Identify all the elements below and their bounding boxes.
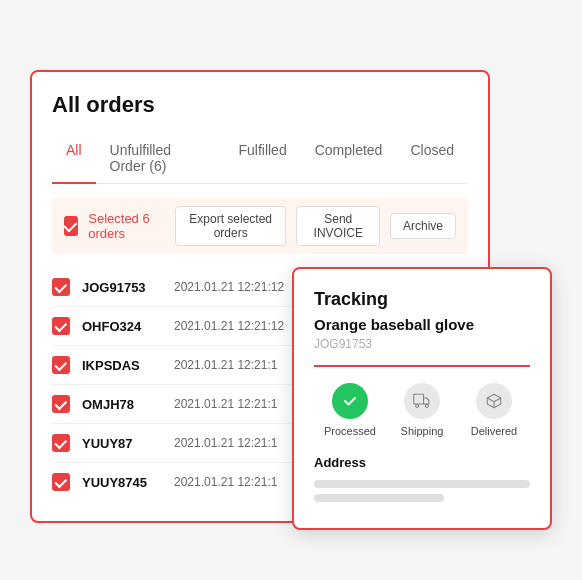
step-delivered: Delivered xyxy=(458,383,530,437)
order-date-2: 2021.01.21 12:21:1 xyxy=(174,358,304,372)
tracking-card: Tracking Orange baseball glove JOG91753 … xyxy=(292,267,552,530)
step-icon-processed xyxy=(332,383,368,419)
tracking-product: Orange baseball glove xyxy=(314,316,530,333)
order-id-1: OHFO324 xyxy=(82,319,162,334)
svg-point-0 xyxy=(416,404,419,407)
row-checkbox-1[interactable] xyxy=(52,317,70,335)
order-id-2: IKPSDAS xyxy=(82,358,162,373)
row-checkbox-5[interactable] xyxy=(52,473,70,491)
row-checkbox-2[interactable] xyxy=(52,356,70,374)
tracking-order-id: JOG91753 xyxy=(314,337,530,351)
step-shipping: Shipping xyxy=(386,383,458,437)
step-icon-shipping xyxy=(404,383,440,419)
selected-icon xyxy=(64,216,78,236)
checkmark-icon xyxy=(342,393,358,409)
order-date-1: 2021.01.21 12:21:12 xyxy=(174,319,304,333)
tab-bar: All Unfulfilled Order (6) Fulfilled Comp… xyxy=(52,134,468,184)
truck-icon xyxy=(413,392,431,410)
address-line-1 xyxy=(314,480,530,488)
tab-all[interactable]: All xyxy=(52,134,96,184)
order-date-5: 2021.01.21 12:21:1 xyxy=(174,475,304,489)
order-id-5: YUUY8745 xyxy=(82,475,162,490)
tab-closed[interactable]: Closed xyxy=(396,134,468,184)
archive-button[interactable]: Archive xyxy=(390,213,456,239)
tracking-divider xyxy=(314,365,530,367)
step-icon-delivered xyxy=(476,383,512,419)
order-id-4: YUUY87 xyxy=(82,436,162,451)
step-label-processed: Processed xyxy=(324,425,376,437)
order-date-0: 2021.01.21 12:21:12 xyxy=(174,280,304,294)
send-invoice-button[interactable]: Send INVOICE xyxy=(296,206,380,246)
tab-completed[interactable]: Completed xyxy=(301,134,397,184)
tab-fulfilled[interactable]: Fulfilled xyxy=(224,134,300,184)
box-icon xyxy=(485,392,503,410)
step-label-shipping: Shipping xyxy=(401,425,444,437)
row-checkbox-3[interactable] xyxy=(52,395,70,413)
selected-count-label: Selected 6 orders xyxy=(88,211,161,241)
tracking-title: Tracking xyxy=(314,289,530,310)
svg-point-1 xyxy=(425,404,428,407)
order-id-0: JOG91753 xyxy=(82,280,162,295)
order-date-3: 2021.01.21 12:21:1 xyxy=(174,397,304,411)
row-checkbox-0[interactable] xyxy=(52,278,70,296)
address-title: Address xyxy=(314,455,530,470)
order-id-3: OMJH78 xyxy=(82,397,162,412)
export-button[interactable]: Export selected orders xyxy=(175,206,287,246)
tracking-steps: Processed Shipping Delivered xyxy=(314,383,530,437)
tab-unfulfilled[interactable]: Unfulfilled Order (6) xyxy=(96,134,225,184)
step-label-delivered: Delivered xyxy=(471,425,517,437)
row-checkbox-4[interactable] xyxy=(52,434,70,452)
step-processed: Processed xyxy=(314,383,386,437)
order-date-4: 2021.01.21 12:21:1 xyxy=(174,436,304,450)
page-title: All orders xyxy=(52,92,468,118)
action-bar: Selected 6 orders Export selected orders… xyxy=(52,198,468,254)
address-line-2 xyxy=(314,494,444,502)
